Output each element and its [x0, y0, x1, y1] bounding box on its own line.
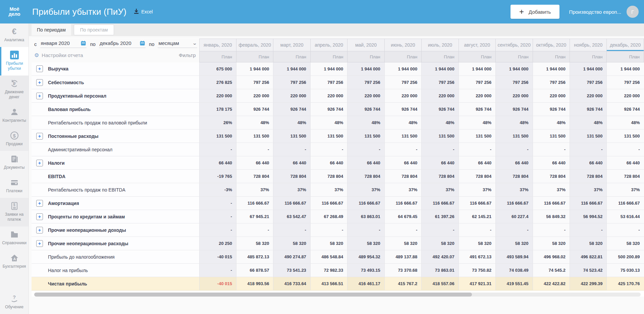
row-label-cell: +Прочие неоперационные доходы — [32, 223, 199, 237]
month-column-header[interactable]: август, 2020 — [459, 39, 495, 51]
value-cell: 131 500 — [496, 129, 533, 143]
expand-row-button[interactable]: + — [36, 200, 43, 207]
sidebar-item-analytics[interactable]: €Аналитика — [0, 23, 29, 47]
period-to-input[interactable]: декабрь 2020 — [99, 40, 146, 48]
value-cell: 413 566.51 — [310, 277, 347, 291]
value-cell: 37% — [310, 183, 347, 197]
value-cell: 926 744 — [570, 103, 607, 116]
sidebar-item-label: Продажи — [1, 142, 28, 147]
plan-header-cell: План — [422, 51, 459, 62]
expand-row-button[interactable]: + — [36, 93, 43, 99]
avatar[interactable]: Г — [627, 6, 639, 18]
value-cell: 53 616.44 — [607, 210, 644, 223]
month-column-header[interactable]: май, 2020 — [347, 39, 384, 51]
expand-row-button[interactable]: + — [36, 160, 43, 166]
value-cell: 1 944 000 — [422, 62, 459, 76]
value-cell: 74 545.2 — [533, 264, 570, 277]
value-cell: 1 944 000 — [496, 62, 533, 76]
value-cell: 48% — [533, 116, 570, 129]
company-selector[interactable]: Производство европ... — [569, 9, 621, 15]
value-cell: 131 500 — [607, 129, 644, 143]
sidebar-item-payments[interactable]: Платежи — [0, 174, 29, 198]
row-label: Себестоимость — [48, 80, 84, 85]
expand-row-button[interactable]: + — [36, 227, 43, 233]
month-column-header[interactable]: сентябрь, 2020 — [496, 39, 533, 51]
value-cell: 220 000 — [384, 89, 421, 103]
value-cell: 926 744 — [607, 103, 644, 116]
sidebar-item-label: Бухгалтерия — [1, 264, 28, 269]
value-cell: 797 256 — [607, 76, 644, 89]
horizontal-scrollbar-thumb[interactable] — [34, 293, 472, 297]
expand-row-button[interactable]: + — [36, 65, 43, 72]
month-column-header[interactable]: декабрь, 2020 — [607, 39, 644, 51]
value-cell: 48% — [459, 116, 495, 129]
period-from-input[interactable]: января 2020 — [40, 40, 87, 48]
value-cell: 61 397.26 — [422, 210, 459, 223]
value-cell: 66 440 — [422, 156, 459, 170]
sidebar-item-education[interactable]: ?Обучение — [0, 291, 29, 314]
expand-row-button[interactable]: + — [36, 133, 43, 140]
sidebar-item-documents[interactable]: Документы — [0, 151, 29, 174]
sidebar-item-profit-loss[interactable]: Прибыли убытки — [0, 47, 29, 75]
sidebar-item-payment-requests[interactable]: $Заявки на платеж — [0, 198, 29, 226]
value-cell: 926 744 — [273, 103, 310, 116]
sidebar-item-cashflow[interactable]: ₽Движение денег — [0, 75, 29, 104]
export-excel-button[interactable]: Excel — [134, 9, 153, 15]
indent-spacer — [36, 254, 43, 260]
value-cell: - — [570, 223, 607, 237]
value-cell: 926 744 — [533, 103, 570, 116]
plan-header-cell: План — [459, 51, 495, 62]
expand-row-button[interactable]: + — [36, 240, 43, 247]
value-cell: 116 666.67 — [273, 197, 310, 210]
tab-by-periods[interactable]: По периодам — [32, 24, 71, 36]
filter-link[interactable]: Фильтр — [179, 52, 196, 58]
value-cell: 58 320 — [570, 237, 607, 250]
value-cell: 417 921.31 — [459, 277, 495, 291]
value-cell: 131 500 — [422, 129, 459, 143]
tab-by-projects[interactable]: По проектам — [74, 24, 114, 35]
sidebar-item-sales[interactable]: $Продажи — [0, 127, 29, 151]
expand-row-button[interactable]: + — [36, 213, 43, 220]
value-cell: 728 804 — [496, 170, 533, 183]
indent-spacer — [36, 267, 43, 274]
value-cell: 66 440 — [496, 156, 533, 170]
sidebar-item-directories[interactable]: Справочники — [0, 226, 29, 250]
report-settings-link[interactable]: Настройки отчета — [42, 52, 83, 58]
sidebar-item-partners[interactable]: Контрагенты — [0, 104, 29, 127]
month-column-header[interactable]: июль, 2020 — [422, 39, 459, 51]
value-cell: 73 493.15 — [347, 264, 384, 277]
row-label-cell: Административный персонал — [32, 143, 199, 156]
from-prefix-label: с — [34, 41, 37, 47]
sidebar-item-accounting[interactable]: АБухгалтерия — [0, 250, 29, 273]
add-button[interactable]: + Добавить — [511, 5, 559, 19]
value-cell: 416 733.64 — [273, 277, 310, 291]
value-cell: 220 000 — [422, 89, 459, 103]
month-column-header[interactable]: февраль, 2020 — [236, 39, 273, 51]
value-cell: 116 666.67 — [310, 197, 347, 210]
month-column-header[interactable]: ноябрь, 2020 — [570, 39, 607, 51]
value-cell: 66 440 — [310, 156, 347, 170]
month-column-header[interactable]: апрель, 2020 — [310, 39, 347, 51]
value-cell: 926 744 — [236, 103, 273, 116]
value-cell: 58 320 — [347, 237, 384, 250]
value-cell: 60 227.4 — [496, 210, 533, 223]
expand-row-button[interactable]: + — [36, 79, 43, 86]
value-cell: 131 500 — [347, 129, 384, 143]
month-column-header[interactable]: март, 2020 — [273, 39, 310, 51]
group-by-dropdown[interactable]: месяцам ⌄ — [158, 40, 197, 48]
horizontal-scrollbar-track — [34, 293, 641, 297]
value-cell: 131 500 — [236, 129, 273, 143]
value-cell: 178 175 — [199, 103, 236, 116]
value-cell: 37% — [347, 183, 384, 197]
accounting-icon: А — [1, 254, 28, 262]
value-cell: 220 000 — [533, 89, 570, 103]
month-column-header[interactable]: июнь, 2020 — [384, 39, 421, 51]
value-cell: 73 541.23 — [273, 264, 310, 277]
plan-header-cell: План — [273, 51, 310, 62]
month-column-header[interactable]: январь, 2020 — [199, 39, 236, 51]
directories-icon — [1, 230, 28, 239]
month-column-header[interactable]: октябрь, 2020 — [533, 39, 570, 51]
moe-delo-logo[interactable]: Моё дело — [0, 7, 29, 17]
value-cell: 797 256 — [422, 76, 459, 89]
value-cell: 56 994.52 — [570, 210, 607, 223]
